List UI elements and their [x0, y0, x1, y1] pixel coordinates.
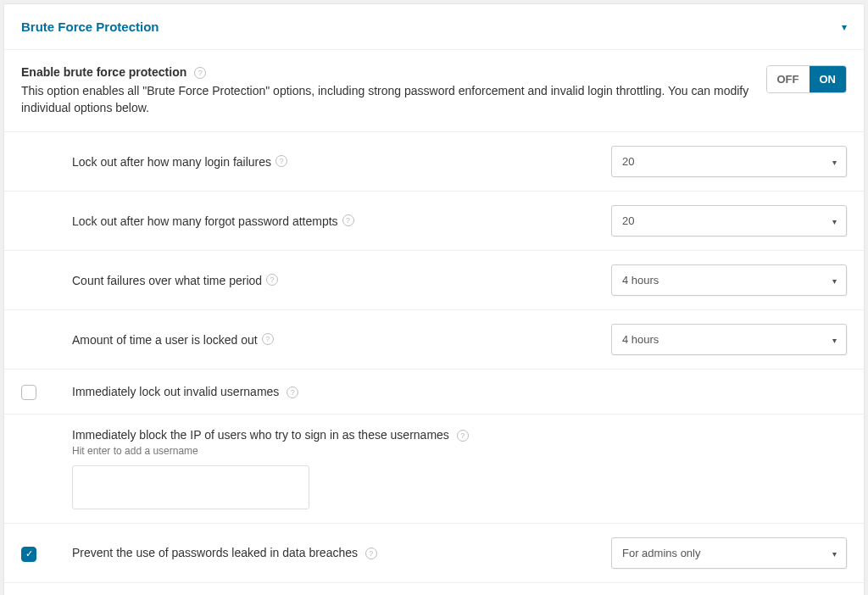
help-icon[interactable]: ?: [287, 386, 298, 398]
leaked-passwords-select[interactable]: For admins only ▾: [611, 537, 847, 569]
block-ip-label-block: Immediately block the IP of users who tr…: [21, 428, 847, 509]
forgot-password-label-block: Lock out after how many forgot password …: [21, 214, 611, 228]
toggle-on-button[interactable]: ON: [810, 66, 847, 92]
lockout-time-row: Amount of time a user is locked out ? 4 …: [4, 309, 864, 369]
time-period-label: Count failures over what time period: [72, 274, 262, 287]
forgot-password-value: 20: [611, 205, 847, 236]
invalid-usernames-label: Immediately lock out invalid usernames: [72, 385, 279, 398]
panel-header[interactable]: Brute Force Protection ▾: [4, 4, 864, 49]
lockout-time-label: Amount of time a user is locked out: [72, 333, 258, 347]
login-failures-select[interactable]: 20 ▾: [611, 146, 847, 177]
enable-toggle: OFF ON: [766, 65, 848, 93]
forgot-password-select[interactable]: 20 ▾: [611, 205, 847, 236]
help-icon[interactable]: ?: [365, 548, 377, 559]
lockout-time-label-block: Amount of time a user is locked out ?: [21, 333, 611, 347]
collapse-icon[interactable]: ▾: [842, 21, 847, 33]
block-ip-label: Immediately block the IP of users who tr…: [72, 428, 449, 442]
lockout-time-select[interactable]: 4 hours ▾: [611, 324, 847, 355]
login-failures-label-block: Lock out after how many login failures ?: [21, 155, 611, 169]
lockout-time-value: 4 hours: [611, 324, 847, 355]
brute-force-panel: Brute Force Protection ▾ Enable brute fo…: [3, 3, 865, 595]
help-icon[interactable]: ?: [262, 333, 274, 345]
invalid-usernames-checkbox[interactable]: [21, 385, 36, 400]
leaked-passwords-checkbox-cell: ✓: [21, 545, 72, 562]
panel-title: Brute Force Protection: [21, 19, 159, 34]
help-icon[interactable]: ?: [194, 67, 206, 79]
login-failures-label: Lock out after how many login failures: [72, 155, 271, 169]
enable-label-block: Enable brute force protection ? This opt…: [21, 65, 766, 116]
leaked-passwords-row: ✓ Prevent the use of passwords leaked in…: [4, 523, 864, 582]
leaked-passwords-checkbox[interactable]: ✓: [21, 547, 36, 562]
enable-row: Enable brute force protection ? This opt…: [4, 49, 864, 131]
time-period-row: Count failures over what time period ? 4…: [4, 250, 864, 309]
help-icon[interactable]: ?: [266, 274, 278, 286]
help-icon[interactable]: ?: [457, 430, 469, 442]
login-failures-value: 20: [611, 146, 847, 177]
block-ip-usernames-input[interactable]: [72, 465, 309, 509]
time-period-value: 4 hours: [611, 264, 847, 296]
leaked-passwords-value: For admins only: [611, 537, 847, 569]
toggle-off-button[interactable]: OFF: [767, 66, 810, 92]
block-ip-row: Immediately block the IP of users who tr…: [4, 414, 864, 523]
leaked-passwords-label: Prevent the use of passwords leaked in d…: [72, 546, 358, 559]
block-ip-hint: Hit enter to add a username: [72, 445, 198, 457]
time-period-select[interactable]: 4 hours ▾: [611, 264, 847, 296]
forgot-password-label: Lock out after how many forgot password …: [72, 214, 338, 228]
enable-description: This option enables all "Brute Force Pro…: [21, 83, 749, 116]
help-icon[interactable]: ?: [342, 214, 354, 226]
leaked-passwords-label-block: Prevent the use of passwords leaked in d…: [72, 546, 611, 560]
invalid-usernames-label-block: Immediately lock out invalid usernames ?: [72, 385, 847, 399]
login-failures-row: Lock out after how many login failures ?…: [4, 131, 864, 191]
time-period-label-block: Count failures over what time period ?: [21, 274, 611, 287]
invalid-usernames-checkbox-cell: [21, 383, 72, 400]
help-icon[interactable]: ?: [275, 155, 287, 167]
forgot-password-row: Lock out after how many forgot password …: [4, 191, 864, 250]
check-icon: ✓: [25, 549, 33, 559]
invalid-usernames-row: Immediately lock out invalid usernames ?: [4, 369, 864, 414]
additional-options-header: Additional Options: [4, 582, 864, 595]
enable-title: Enable brute force protection: [21, 65, 186, 79]
